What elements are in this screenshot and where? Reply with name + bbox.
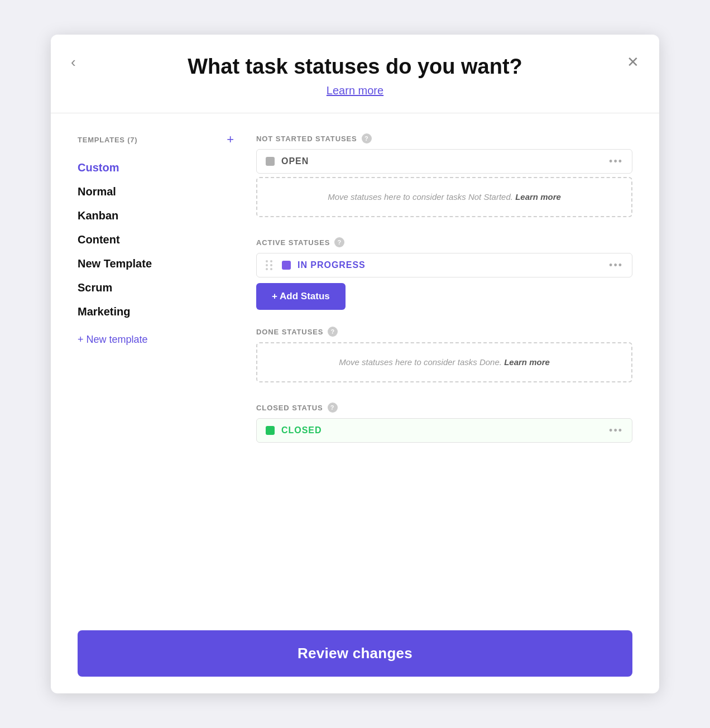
active-label: ACTIVE STATUSES ? xyxy=(256,237,632,247)
done-section: DONE STATUSES ? Move statuses here to co… xyxy=(256,327,632,386)
sidebar-item-custom[interactable]: Custom xyxy=(78,156,234,180)
open-status-more-button[interactable]: ••• xyxy=(609,156,623,166)
closed-help-icon[interactable]: ? xyxy=(328,403,338,413)
done-help-icon[interactable]: ? xyxy=(328,327,338,337)
active-help-icon[interactable]: ? xyxy=(334,237,344,247)
done-drop-zone: Move statuses here to consider tasks Don… xyxy=(256,342,632,382)
sidebar-item-content[interactable]: Content xyxy=(78,228,234,252)
modal-footer: Review changes xyxy=(51,619,659,693)
modal-body: TEMPLATES (7) + Custom Normal Kanban Con… xyxy=(51,113,659,619)
open-status-item: OPEN ••• xyxy=(256,149,632,174)
templates-label: TEMPLATES (7) xyxy=(78,136,137,144)
not-started-help-icon[interactable]: ? xyxy=(362,133,372,143)
sidebar-item-kanban[interactable]: Kanban xyxy=(78,204,234,228)
templates-section-header: TEMPLATES (7) + xyxy=(78,133,234,146)
sidebar: TEMPLATES (7) + Custom Normal Kanban Con… xyxy=(78,133,234,597)
drag-handle[interactable] xyxy=(266,260,273,270)
add-status-button[interactable]: + Add Status xyxy=(256,283,346,310)
in-progress-status-item: IN PROGRESS ••• xyxy=(256,253,632,277)
not-started-drop-zone: Move statuses here to consider tasks Not… xyxy=(256,177,632,217)
in-progress-more-button[interactable]: ••• xyxy=(609,260,623,270)
modal: ‹ What task statuses do you want? Learn … xyxy=(51,35,659,693)
closed-label: CLOSED STATUS ? xyxy=(256,403,632,413)
closed-section: CLOSED STATUS ? CLOSED ••• xyxy=(256,403,632,446)
in-progress-color-dot xyxy=(282,261,291,270)
sidebar-item-new-template[interactable]: New Template xyxy=(78,252,234,276)
new-template-link[interactable]: + New template xyxy=(78,334,234,346)
sidebar-item-marketing[interactable]: Marketing xyxy=(78,300,234,324)
sidebar-item-scrum[interactable]: Scrum xyxy=(78,276,234,300)
content-area: NOT STARTED STATUSES ? OPEN ••• Move sta… xyxy=(256,133,632,597)
review-changes-button[interactable]: Review changes xyxy=(78,630,632,677)
done-label: DONE STATUSES ? xyxy=(256,327,632,337)
back-button[interactable]: ‹ xyxy=(71,55,76,69)
in-progress-status-name: IN PROGRESS xyxy=(298,260,602,270)
closed-color-dot xyxy=(266,426,275,435)
closed-status-name: CLOSED xyxy=(281,425,602,435)
not-started-label: NOT STARTED STATUSES ? xyxy=(256,133,632,143)
not-started-section: NOT STARTED STATUSES ? OPEN ••• Move sta… xyxy=(256,133,632,221)
close-button[interactable]: ✕ xyxy=(627,55,639,69)
closed-status-item: CLOSED ••• xyxy=(256,418,632,443)
done-learn-more[interactable]: Learn more xyxy=(504,357,550,367)
active-section: ACTIVE STATUSES ? IN PROGRESS ••• + Add … xyxy=(256,237,632,310)
learn-more-link[interactable]: Learn more xyxy=(327,84,383,97)
sidebar-item-normal[interactable]: Normal xyxy=(78,180,234,204)
learn-more-link-container: Learn more xyxy=(78,84,632,97)
modal-header: ‹ What task statuses do you want? Learn … xyxy=(51,35,659,97)
page-title: What task statuses do you want? xyxy=(78,55,632,79)
open-color-dot xyxy=(266,157,275,166)
not-started-learn-more[interactable]: Learn more xyxy=(515,192,561,202)
closed-status-more-button[interactable]: ••• xyxy=(609,425,623,435)
open-status-name: OPEN xyxy=(281,156,602,166)
add-template-button[interactable]: + xyxy=(227,133,234,146)
